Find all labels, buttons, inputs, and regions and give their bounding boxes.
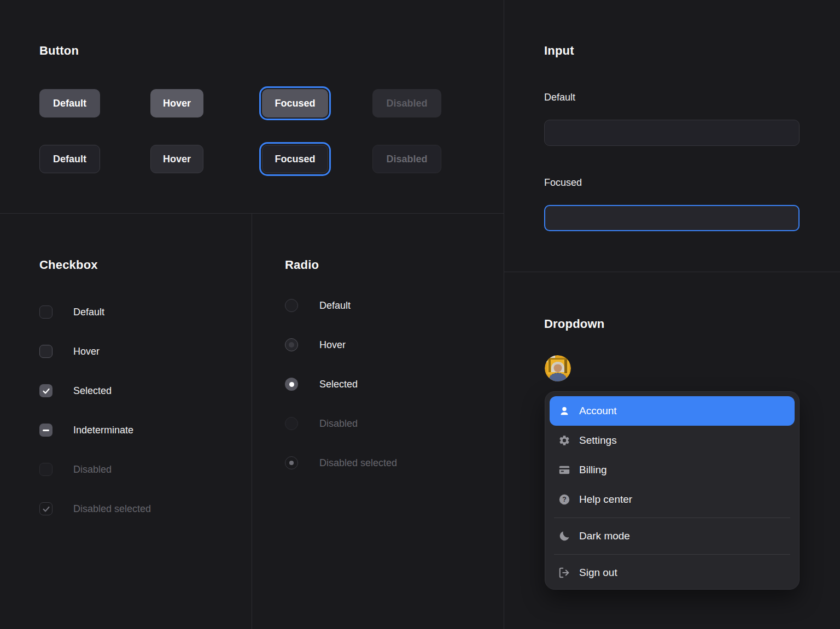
help-circle-icon: ? — [558, 493, 570, 505]
checkbox-hover[interactable] — [39, 345, 52, 358]
checkbox-row-indeterminate: Indeterminate — [39, 424, 133, 437]
button-primary-default[interactable]: Default — [39, 89, 100, 117]
checkbox-row-selected: Selected — [39, 384, 112, 397]
radio-selected[interactable] — [285, 378, 298, 391]
checkbox-label: Default — [73, 307, 104, 318]
avatar-graphic — [545, 355, 571, 381]
user-icon — [558, 405, 570, 417]
dropdown-section-title: Dropdown — [544, 317, 604, 331]
svg-text:?: ? — [562, 496, 567, 503]
button-secondary-hover[interactable]: Hover — [150, 145, 203, 173]
text-input-focused[interactable] — [544, 205, 800, 231]
dropdown-menu: Account Settings Billing ? Help center D… — [545, 391, 800, 590]
radio-default[interactable] — [285, 299, 298, 312]
indeterminate-dash-icon — [43, 430, 49, 431]
checkbox-selected[interactable] — [39, 384, 52, 397]
radio-dot — [289, 461, 294, 465]
divider-vertical-checkbox-radio — [252, 214, 252, 629]
radio-row-disabled-selected: Disabled selected — [285, 456, 397, 469]
radio-hover[interactable] — [285, 338, 298, 351]
radio-dot — [289, 382, 294, 387]
menu-item-help-center[interactable]: ? Help center — [550, 485, 795, 514]
radio-row-hover: Hover — [285, 338, 346, 351]
checkbox-label: Hover — [73, 346, 100, 357]
radio-label: Default — [319, 300, 351, 311]
input-section-title: Input — [544, 44, 574, 58]
input-default-label: Default — [544, 92, 575, 103]
menu-item-billing[interactable]: Billing — [550, 455, 795, 485]
checkbox-row-hover: Hover — [39, 345, 100, 358]
checkbox-section-title: Checkbox — [39, 258, 98, 272]
menu-item-label: Billing — [579, 464, 607, 476]
divider-vertical-main — [504, 0, 504, 629]
button-primary-disabled[interactable]: Disabled — [372, 89, 441, 117]
radio-dot — [289, 342, 294, 348]
menu-item-label: Account — [579, 405, 617, 417]
button-primary-hover[interactable]: Hover — [150, 89, 203, 117]
menu-divider — [554, 554, 790, 555]
radio-disabled[interactable] — [285, 417, 298, 430]
radio-section-title: Radio — [285, 258, 319, 272]
check-icon — [42, 504, 51, 514]
menu-item-sign-out[interactable]: Sign out — [550, 558, 795, 587]
user-photo-avatar[interactable] — [545, 355, 571, 381]
moon-icon — [558, 530, 570, 542]
button-section-title: Button — [39, 44, 79, 58]
checkbox-row-disabled-selected: Disabled selected — [39, 502, 151, 515]
radio-row-disabled: Disabled — [285, 417, 358, 430]
menu-divider — [554, 518, 790, 518]
radio-label: Disabled — [319, 418, 358, 430]
radio-row-selected: Selected — [285, 378, 358, 391]
checkbox-default[interactable] — [39, 305, 52, 319]
menu-item-label: Help center — [579, 493, 632, 505]
checkbox-label: Disabled — [73, 464, 112, 475]
button-secondary-focused[interactable]: Focused — [262, 145, 328, 173]
radio-label: Selected — [319, 379, 358, 390]
gear-icon — [558, 434, 570, 446]
radio-disabled-selected[interactable] — [285, 456, 298, 469]
button-primary-focused[interactable]: Focused — [262, 89, 328, 117]
text-input-default[interactable] — [544, 120, 800, 146]
checkbox-disabled[interactable] — [39, 463, 52, 476]
menu-item-label: Sign out — [579, 567, 617, 579]
menu-item-settings[interactable]: Settings — [550, 426, 795, 455]
checkbox-label: Disabled selected — [73, 503, 151, 515]
menu-item-label: Settings — [579, 434, 617, 446]
checkbox-row-default: Default — [39, 305, 104, 319]
input-focused-label: Focused — [544, 177, 582, 189]
button-secondary-disabled[interactable]: Disabled — [372, 145, 441, 173]
menu-item-label: Dark mode — [579, 530, 630, 542]
check-icon — [42, 386, 51, 396]
radio-label: Hover — [319, 339, 346, 351]
checkbox-indeterminate[interactable] — [39, 424, 52, 437]
checkbox-label: Indeterminate — [73, 425, 133, 436]
sign-out-icon — [558, 567, 570, 579]
button-secondary-default[interactable]: Default — [39, 145, 100, 173]
checkbox-disabled-selected[interactable] — [39, 502, 52, 515]
checkbox-row-disabled: Disabled — [39, 463, 112, 476]
menu-item-account[interactable]: Account — [550, 396, 795, 426]
menu-item-dark-mode[interactable]: Dark mode — [550, 521, 795, 551]
checkbox-label: Selected — [73, 385, 112, 397]
radio-row-default: Default — [285, 299, 351, 312]
credit-card-icon — [558, 464, 570, 476]
divider-horizontal-right — [504, 272, 840, 272]
radio-label: Disabled selected — [319, 457, 397, 469]
